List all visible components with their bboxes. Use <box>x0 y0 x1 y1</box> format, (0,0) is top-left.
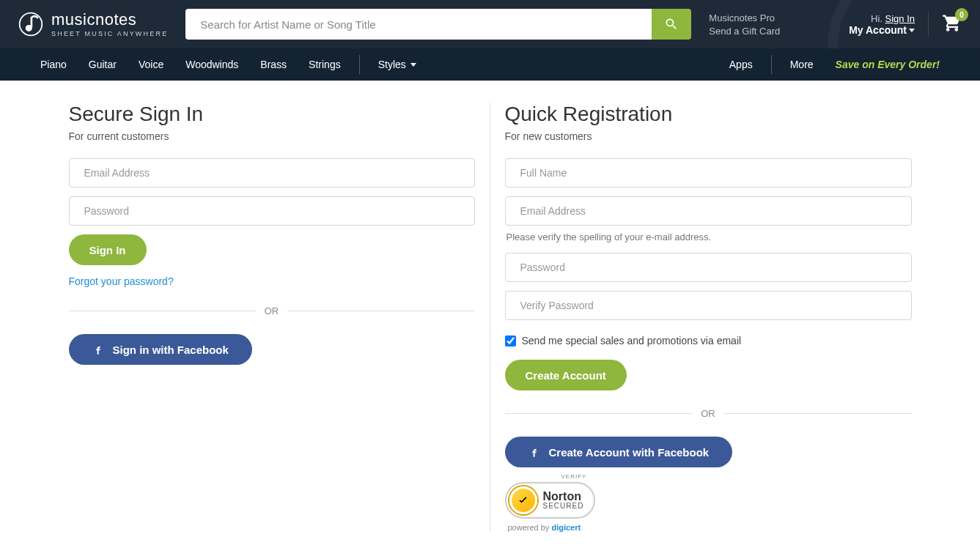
nav-strings[interactable]: Strings <box>298 48 352 81</box>
or-divider: OR <box>505 408 912 419</box>
forgot-password-link[interactable]: Forgot your password? <box>69 275 174 287</box>
pro-link[interactable]: Musicnotes Pro <box>709 12 780 23</box>
nav-divider <box>771 55 772 74</box>
or-divider: OR <box>69 305 475 316</box>
sign-in-panel: Secure Sign In For current customers Sig… <box>54 103 490 532</box>
sign-in-subtitle: For current customers <box>69 130 475 142</box>
sign-in-button[interactable]: Sign In <box>69 234 147 265</box>
register-title: Quick Registration <box>505 103 912 126</box>
facebook-icon <box>92 344 104 355</box>
register-subtitle: For new customers <box>505 130 912 142</box>
create-account-button[interactable]: Create Account <box>505 360 627 390</box>
brand-tagline: SHEET MUSIC ANYWHERE <box>51 31 168 37</box>
search-input[interactable] <box>185 9 652 40</box>
cart-button[interactable]: 0 <box>928 12 962 36</box>
header-quick-links: Musicnotes Pro Send a Gift Card <box>709 12 780 37</box>
search-icon <box>664 17 679 31</box>
nav-styles[interactable]: Styles <box>367 48 427 81</box>
cart-count-badge: 0 <box>955 8 968 21</box>
facebook-sign-in-button[interactable]: Sign in with Facebook <box>69 334 252 365</box>
register-email-field[interactable] <box>505 196 912 226</box>
norton-seal[interactable]: VERIFY Norton SECURED powered by digicer… <box>505 482 912 532</box>
nav-brass[interactable]: Brass <box>249 48 298 81</box>
norton-verify-label: VERIFY <box>561 473 587 480</box>
nav-save-order[interactable]: Save on Every Order! <box>825 59 951 70</box>
greeting: Hi. <box>871 13 883 24</box>
register-name-field[interactable] <box>505 158 912 188</box>
chevron-down-icon <box>909 29 915 32</box>
header-sign-in-link[interactable]: Sign In <box>885 13 915 24</box>
nav-divider <box>359 55 360 74</box>
main-content: Secure Sign In For current customers Sig… <box>0 81 980 556</box>
register-password-field[interactable] <box>505 253 912 282</box>
register-verify-password-field[interactable] <box>505 291 912 320</box>
nav-voice[interactable]: Voice <box>128 48 174 81</box>
promo-label: Send me special sales and promotions via… <box>522 335 742 346</box>
facebook-icon <box>528 446 540 458</box>
sign-in-title: Secure Sign In <box>69 103 475 126</box>
nav-piano[interactable]: Piano <box>29 48 78 81</box>
nav-guitar[interactable]: Guitar <box>78 48 128 81</box>
main-nav: Piano Guitar Voice Woodwinds Brass Strin… <box>0 48 980 81</box>
promo-checkbox-row[interactable]: Send me special sales and promotions via… <box>505 335 912 346</box>
email-hint: Please verify the spelling of your e-mai… <box>506 231 912 242</box>
account-text: Hi. Sign In My Account <box>849 13 915 36</box>
header: musicnotes SHEET MUSIC ANYWHERE Musicnot… <box>0 0 980 48</box>
norton-powered: powered by digicert <box>505 523 912 532</box>
logo[interactable]: musicnotes SHEET MUSIC ANYWHERE <box>18 11 168 37</box>
promo-checkbox[interactable] <box>505 336 516 346</box>
search-bar <box>185 9 691 40</box>
norton-name: Norton <box>543 491 584 503</box>
signin-password-field[interactable] <box>69 196 475 226</box>
norton-secured: SECURED <box>543 503 584 510</box>
my-account-dropdown[interactable]: My Account <box>849 24 915 36</box>
facebook-create-account-button[interactable]: Create Account with Facebook <box>505 437 733 467</box>
shield-check-icon <box>509 486 537 514</box>
search-button[interactable] <box>652 9 691 40</box>
chevron-down-icon <box>410 63 416 67</box>
nav-more[interactable]: More <box>779 59 825 70</box>
nav-apps[interactable]: Apps <box>718 59 764 70</box>
gift-card-link[interactable]: Send a Gift Card <box>709 26 780 37</box>
logo-icon <box>18 11 44 37</box>
nav-woodwinds[interactable]: Woodwinds <box>174 48 249 81</box>
signin-email-field[interactable] <box>69 158 475 188</box>
brand-name: musicnotes <box>51 12 168 28</box>
register-panel: Quick Registration For new customers Ple… <box>490 103 926 532</box>
